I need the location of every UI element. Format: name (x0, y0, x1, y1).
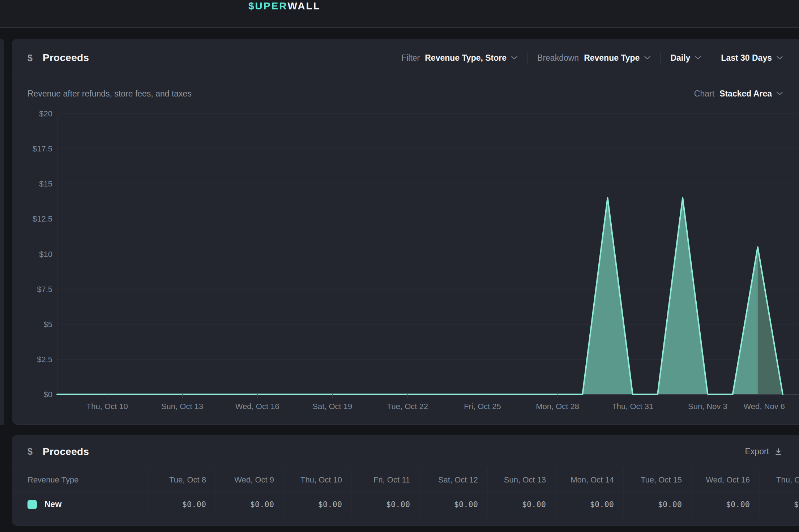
breakdown-value: Revenue Type (584, 53, 640, 63)
chevron-down-icon (695, 56, 701, 60)
chart-y-axis: $20$17.5$15$12.5$10$7.5$5$2.5$0 (12, 113, 57, 394)
card-title: Proceeds (43, 446, 89, 458)
x-axis-label: Wed, Nov 6 (743, 402, 785, 411)
y-axis-label: $15 (39, 179, 52, 189)
table-cell-value: $0.00 (487, 492, 555, 517)
table-cell-value: $0.00 (555, 492, 623, 517)
chart-subtitle: Revenue after refunds, store fees, and t… (27, 89, 192, 99)
dollar-icon: $ (27, 446, 33, 457)
chart-type-value: Stacked Area (719, 89, 772, 99)
table-cell-value: $0.00 (351, 492, 419, 517)
x-axis-tick (182, 394, 183, 398)
table-column-header: Fri, Oct 11 (351, 468, 419, 492)
table-column-header: Sat, Oct 12 (419, 468, 487, 492)
table-cell-value: $0.00 (759, 492, 799, 517)
x-axis-tick (557, 394, 558, 398)
table-cell-value: $0.00 (623, 492, 691, 517)
breakdown-dropdown[interactable]: Breakdown Revenue Type (537, 53, 650, 63)
x-axis-label: Sun, Nov 3 (688, 402, 727, 411)
table-cell-value: $0.00 (148, 492, 215, 517)
x-axis-label: Fri, Oct 25 (464, 402, 501, 411)
chart-type-label: Chart (694, 89, 714, 99)
series-area-fill (57, 198, 783, 395)
table-cell-value: $0.00 (691, 492, 759, 517)
breakdown-label: Breakdown (537, 53, 579, 63)
table-column-header: Tue, Oct 15 (623, 468, 691, 492)
x-axis-label: Thu, Oct 10 (86, 402, 128, 411)
proceeds-card-header: $ Proceeds Filter Revenue Type, Store Br… (12, 39, 799, 77)
y-axis-label: $7.5 (37, 285, 52, 294)
table-column-header: Wed, Oct 16 (691, 468, 759, 492)
logo-text: WALL (287, 0, 320, 12)
interval-value: Daily (670, 53, 690, 63)
table-column-header-revenue-type: Revenue Type (12, 468, 148, 492)
export-label: Export (745, 447, 769, 456)
x-axis-tick (407, 394, 408, 398)
proceeds-table-card: $ Proceeds Export Revenue Type Tue, Oct … (12, 435, 799, 526)
table-card-header: $ Proceeds Export (12, 435, 799, 468)
y-axis-label: $12.5 (33, 214, 52, 224)
y-axis-label: $0 (44, 390, 52, 399)
table-cell-series: New (12, 492, 148, 517)
table-column-header: Thu, Oct 17 (759, 468, 799, 492)
y-axis-label: $17.5 (33, 144, 52, 154)
table-header-row: Revenue Type Tue, Oct 8Wed, Oct 9Thu, Oc… (12, 468, 799, 492)
page: { "topbar": { "logo_primary": "$UPER", "… (0, 0, 799, 532)
adjacent-card-edge (0, 39, 4, 425)
filter-value: Revenue Type, Store (425, 53, 507, 63)
y-axis-label: $5 (44, 320, 52, 329)
table-row: New $0.00$0.00$0.00$0.00$0.00$0.00$0.00$… (12, 492, 799, 517)
date-range-value: Last 30 Days (721, 53, 772, 63)
x-axis-label: Thu, Oct 31 (612, 402, 653, 411)
x-axis-tick (633, 394, 633, 398)
x-axis-tick (332, 394, 333, 398)
chart-type-dropdown[interactable]: Chart Stacked Area (694, 89, 783, 99)
x-axis-tick (783, 394, 783, 398)
x-axis-label: Sun, Oct 13 (161, 402, 203, 411)
divider (0, 77, 4, 77)
table-column-header: Tue, Oct 8 (148, 468, 215, 492)
export-button[interactable]: Export (745, 435, 783, 468)
divider (660, 52, 661, 64)
series-label: New (44, 499, 61, 509)
card-title: Proceeds (43, 52, 89, 64)
divider (711, 52, 711, 64)
x-axis-tick (257, 394, 258, 398)
date-range-dropdown[interactable]: Last 30 Days (721, 53, 783, 63)
x-axis-label: Sat, Oct 19 (312, 402, 352, 411)
x-axis-label: Tue, Oct 22 (387, 402, 428, 411)
chevron-down-icon (777, 56, 783, 60)
x-axis-label: Wed, Oct 16 (235, 402, 279, 411)
superwall-logo[interactable]: $UPERWALL (248, 0, 321, 12)
download-icon (774, 447, 783, 456)
chart-controls: Filter Revenue Type, Store Breakdown Rev… (401, 39, 783, 77)
chart-sub-row: Revenue after refunds, store fees, and t… (12, 77, 799, 110)
table-cell-value: $0.00 (419, 492, 487, 517)
x-axis-tick (483, 394, 483, 398)
x-axis-tick (708, 394, 708, 398)
y-axis-label: $20 (39, 109, 52, 119)
chevron-down-icon (511, 56, 517, 60)
table-column-header: Sun, Oct 13 (487, 468, 555, 492)
series-swatch (27, 500, 37, 509)
y-axis-label: $10 (39, 250, 52, 259)
x-axis-tick (107, 394, 107, 398)
proceeds-chart-card: $ Proceeds Filter Revenue Type, Store Br… (12, 39, 799, 425)
x-axis-label: Mon, Oct 28 (536, 402, 579, 411)
interval-dropdown[interactable]: Daily (670, 53, 701, 63)
divider (527, 52, 527, 64)
table-cell-value: $0.00 (215, 492, 283, 517)
filter-dropdown[interactable]: Filter Revenue Type, Store (401, 53, 517, 63)
table-column-header: Thu, Oct 10 (283, 468, 351, 492)
chevron-down-icon (777, 92, 783, 95)
logo-text-accent: $UPER (248, 0, 287, 12)
dollar-icon: $ (27, 53, 33, 63)
table-column-header: Mon, Oct 14 (555, 468, 623, 492)
chart-plot-area[interactable]: Thu, Oct 10Sun, Oct 13Wed, Oct 16Sat, Oc… (57, 113, 799, 394)
y-axis-label: $2.5 (37, 355, 52, 364)
table-column-header: Wed, Oct 9 (215, 468, 283, 492)
table-cell-value: $0.00 (283, 492, 351, 517)
topbar: $UPERWALL (0, 0, 799, 28)
chevron-down-icon (644, 56, 650, 60)
area-chart-svg (57, 113, 799, 394)
